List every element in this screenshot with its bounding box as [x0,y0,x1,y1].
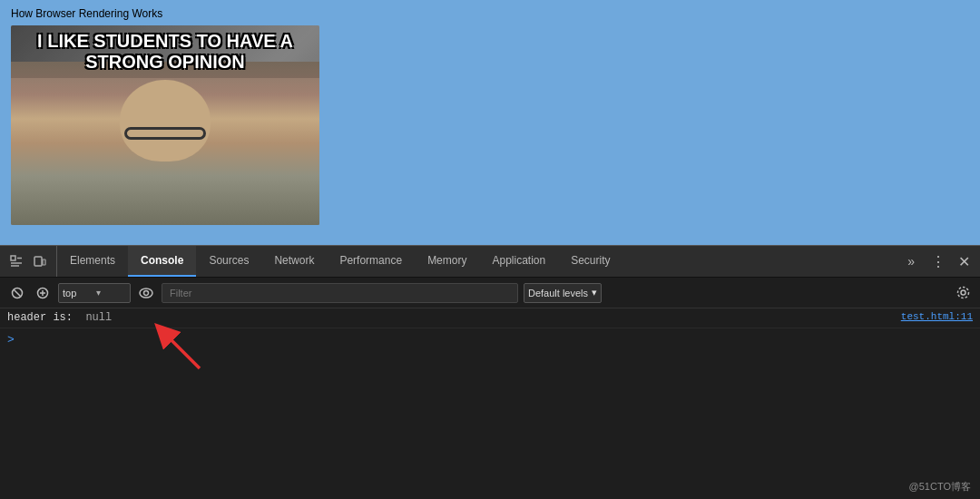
eye-icon[interactable] [136,283,156,303]
svg-point-12 [144,290,149,295]
inspect-element-icon[interactable] [7,252,25,270]
svg-rect-5 [43,259,45,265]
levels-arrow: ▾ [592,287,597,298]
page-title: How Browser Rendering Works [11,7,969,20]
preserve-log-icon[interactable] [33,283,53,303]
meme-text: I LIKE STUDENTS TO HAVE A STRONG OPINION [11,25,319,78]
meme-text-line2: STRONG OPINION [18,52,312,73]
log-levels-selector[interactable]: Default levels ▾ [524,283,602,303]
svg-rect-4 [34,257,42,266]
console-prompt[interactable]: > [0,328,980,350]
levels-label: Default levels [528,288,588,298]
more-tabs-button[interactable]: » [900,246,922,277]
log-value: null [85,311,112,324]
context-value: top [63,288,93,298]
tab-sources[interactable]: Sources [196,246,261,277]
svg-rect-0 [11,256,15,260]
tab-memory[interactable]: Memory [415,246,479,277]
log-message: header is: null [7,311,894,324]
tab-security[interactable]: Security [558,246,622,277]
context-selector[interactable]: top ▾ [58,283,131,303]
prompt-chevron: > [7,333,15,347]
svg-point-13 [961,290,965,295]
meme-face [120,80,211,161]
context-arrow: ▾ [96,288,126,298]
console-filter-input[interactable] [162,283,518,303]
devtools-tabs-list: Elements Console Sources Network Perform… [57,246,900,277]
devtools-panel: Elements Console Sources Network Perform… [0,245,980,499]
meme-image: I LIKE STUDENTS TO HAVE A STRONG OPINION [11,25,319,225]
browser-page: How Browser Rendering Works I LIKE STUDE… [0,0,980,245]
devtools-close-icon[interactable]: ✕ [955,252,973,270]
svg-point-11 [140,289,152,298]
tab-application[interactable]: Application [479,246,558,277]
svg-line-7 [15,289,21,296]
tab-network[interactable]: Network [261,246,327,277]
svg-point-14 [957,288,968,298]
meme-person [11,62,319,225]
tab-icon-group [0,246,57,277]
meme-text-line1: I LIKE STUDENTS TO HAVE A [18,31,312,52]
console-settings-icon[interactable] [953,283,973,303]
console-toolbar: top ▾ Default levels ▾ [0,278,980,308]
watermark: @51CTO博客 [909,480,971,494]
tab-console[interactable]: Console [128,246,196,277]
devtools-more-options-icon[interactable]: ⋮ [929,252,947,270]
log-source-link[interactable]: test.html:11 [901,311,973,322]
tab-performance[interactable]: Performance [327,246,415,277]
meme-glasses [124,127,206,140]
console-log-entry: header is: null test.html:11 [0,308,980,328]
device-toolbar-icon[interactable] [31,252,49,270]
clear-console-icon[interactable] [7,283,27,303]
tab-elements[interactable]: Elements [57,246,128,277]
devtools-tab-bar: Elements Console Sources Network Perform… [0,245,980,278]
console-output-area: header is: null test.html:11 > [0,308,980,499]
log-key: header is: [7,311,85,324]
devtools-actions: ⋮ ✕ [922,246,980,277]
